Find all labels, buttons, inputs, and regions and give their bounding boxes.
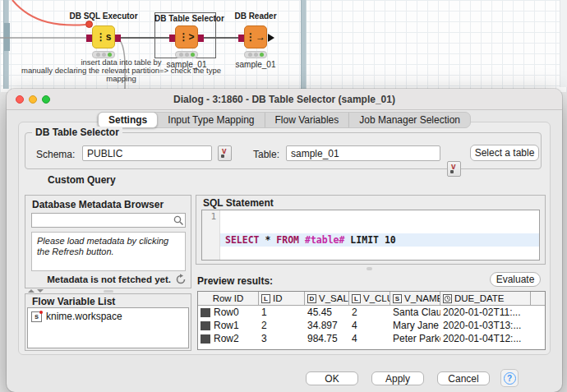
- workflow-annotation: insert data into table by manually decla…: [21, 58, 222, 83]
- db-table-selector-dialog: Dialog - 3:1860 - DB Table Selector (sam…: [7, 89, 562, 392]
- database-metadata-browser-panel: Database Metadata Browser Please load me…: [25, 195, 191, 288]
- column-header-rowid[interactable]: Row ID: [198, 292, 259, 306]
- column-header-vclu[interactable]: LV_CLU...: [349, 292, 390, 306]
- table-row[interactable]: Row1 2 34.897 4 Mary Jane 2020-01-03T13:…: [198, 319, 545, 332]
- db-table-selector-icon: ⋮>: [178, 31, 194, 43]
- node-title-db-reader: DB Reader: [226, 12, 285, 21]
- cancel-button[interactable]: Cancel: [437, 371, 490, 385]
- string-variable-icon: s: [31, 311, 42, 322]
- metadata-status-text: Metadata is not fetched yet.: [47, 274, 171, 284]
- help-icon: ?: [504, 372, 516, 385]
- executor-output-port[interactable]: [115, 35, 121, 42]
- long-type-icon: L: [261, 294, 270, 303]
- sql-keyword: FROM: [276, 234, 299, 246]
- sql-line-number: 1: [202, 210, 220, 260]
- tab-settings[interactable]: Settings: [98, 112, 158, 128]
- reader-node-caption: sample_01: [231, 60, 280, 69]
- evaluate-button[interactable]: Evaluate: [490, 272, 541, 287]
- table-flow-variable-button[interactable]: v: [447, 161, 461, 177]
- schema-label: Schema:: [36, 149, 75, 160]
- long-type-icon: L: [352, 294, 361, 303]
- table-row[interactable]: Row2 3 984.75 4 Peter Parker 2020-01-04T…: [198, 332, 545, 345]
- node-title-db-table-selector: DB Table Selector: [154, 14, 216, 23]
- metadata-search-input[interactable]: [32, 214, 172, 226]
- search-icon[interactable]: [172, 214, 185, 227]
- dialog-titlebar[interactable]: Dialog - 3:1860 - DB Table Selector (sam…: [7, 89, 562, 110]
- selector-input-port[interactable]: [169, 35, 175, 42]
- refresh-icon[interactable]: [175, 274, 187, 285]
- sql-keyword: SELECT: [225, 234, 260, 246]
- tab-input-type-mapping[interactable]: Input Type Mapping: [158, 113, 265, 127]
- schema-input[interactable]: [82, 145, 212, 161]
- preview-results-table[interactable]: Row ID LID DV_SALE LV_CLU... SV_NAME DUE…: [197, 291, 546, 350]
- selector-status-traffic-light: [175, 51, 198, 58]
- flow-variable-list[interactable]: s knime.workspace: [27, 307, 189, 348]
- row-color-swatch: [201, 334, 210, 344]
- column-header-id[interactable]: LID: [259, 292, 305, 306]
- sql-statement-title: SQL Statement: [203, 197, 274, 209]
- sql-current-line[interactable]: SELECT * FROM #table# LIMIT 10: [220, 233, 539, 247]
- dialog-tab-bar: Settings Input Type Mapping Flow Variabl…: [98, 112, 471, 128]
- group-title: DB Table Selector: [32, 127, 122, 138]
- node-db-sql-executor[interactable]: ⋮s: [92, 25, 115, 48]
- row-color-swatch: [201, 321, 210, 330]
- horizontal-splitter-handle[interactable]: [366, 267, 372, 270]
- db-sql-executor-icon: ⋮s: [96, 31, 112, 43]
- db-reader-icon: ⋮→: [246, 31, 265, 43]
- double-type-icon: D: [307, 294, 316, 303]
- apply-button[interactable]: Apply: [371, 371, 424, 385]
- flow-variable-item[interactable]: s knime.workspace: [28, 308, 188, 325]
- tab-job-manager-selection[interactable]: Job Manager Selection: [349, 113, 470, 127]
- table-label: Table:: [253, 149, 279, 160]
- splitter-up-icon[interactable]: [28, 289, 35, 293]
- dialog-title: Dialog - 3:1860 - DB Table Selector (sam…: [7, 89, 562, 110]
- executor-input-port[interactable]: [86, 35, 92, 42]
- table-row[interactable]: Row0 1 45.45 2 Santa Claus 2020-01-02T11…: [198, 306, 545, 319]
- column-header-vsale[interactable]: DV_SALE: [305, 292, 349, 306]
- preview-results-label: Preview results:: [197, 275, 273, 287]
- column-header-vname[interactable]: SV_NAME: [390, 292, 440, 306]
- select-a-table-button[interactable]: Select a table: [470, 145, 539, 161]
- reader-output-port[interactable]: [268, 34, 274, 42]
- sql-statement-panel: SQL Statement 1 SELECT * FROM #table# LI…: [196, 195, 546, 265]
- column-header-filler: [531, 292, 545, 306]
- splitter-down-icon[interactable]: [37, 289, 44, 293]
- flow-variable-name: knime.workspace: [46, 311, 122, 322]
- selector-output-port[interactable]: [198, 35, 204, 42]
- metadata-message: Please load metadata by clicking the Ref…: [31, 232, 186, 271]
- table-header-row: Row ID LID DV_SALE LV_CLU... SV_NAME DUE…: [198, 292, 545, 306]
- column-header-duedate[interactable]: DUE_DATE: [440, 292, 531, 306]
- reader-status-traffic-light: [244, 51, 267, 58]
- string-type-icon: S: [393, 294, 402, 303]
- reader-input-port[interactable]: [238, 35, 244, 42]
- flow-variable-list-title: Flow Variable List: [32, 296, 115, 307]
- help-button[interactable]: ?: [500, 369, 519, 387]
- metadata-status-row: Metadata is not fetched yet.: [25, 274, 187, 285]
- schema-flow-variable-button[interactable]: v: [218, 145, 232, 161]
- splitter-handle[interactable]: [104, 290, 113, 293]
- sql-table-placeholder: #table#: [305, 234, 344, 246]
- node-db-reader[interactable]: ⋮→: [244, 25, 267, 48]
- flow-variable-list-panel: Flow Variable List s knime.workspace: [25, 293, 191, 351]
- datetime-type-icon: [443, 294, 452, 303]
- sql-editor[interactable]: 1 SELECT * FROM #table# LIMIT 10: [201, 210, 540, 261]
- sql-code-area[interactable]: SELECT * FROM #table# LIMIT 10: [220, 210, 539, 260]
- node-db-table-selector[interactable]: ⋮>: [175, 25, 198, 48]
- row-color-swatch: [201, 308, 210, 317]
- node-title-db-sql-executor: DB SQL Executor: [62, 12, 145, 21]
- metadata-browser-title: Database Metadata Browser: [32, 199, 164, 210]
- metadata-search-box[interactable]: [31, 213, 186, 228]
- tab-flow-variables[interactable]: Flow Variables: [265, 113, 349, 127]
- table-input[interactable]: [286, 145, 440, 161]
- ok-button[interactable]: OK: [306, 371, 358, 385]
- workflow-canvas[interactable]: DB SQL Executor ⋮s DB Table Selector ⋮> …: [0, 0, 567, 92]
- annotation-line-3: mapping: [21, 75, 222, 83]
- custom-query-label: Custom Query: [48, 174, 116, 186]
